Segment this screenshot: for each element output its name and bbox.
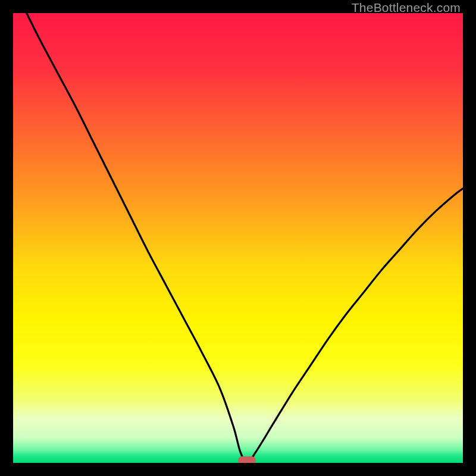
bottleneck-curve: [27, 13, 463, 463]
chart-frame: TheBottleneck.com: [0, 0, 476, 476]
minimum-marker: [238, 456, 256, 463]
curve-layer: [13, 13, 463, 463]
plot-area: [13, 13, 463, 463]
watermark-label: TheBottleneck.com: [352, 1, 461, 15]
